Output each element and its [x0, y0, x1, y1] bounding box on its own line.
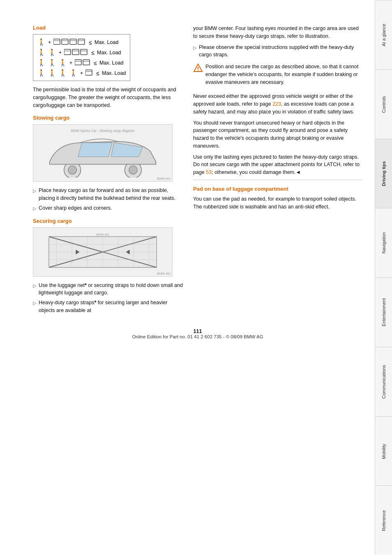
load-title: Load	[33, 25, 185, 31]
person-icon-2b: 🚶	[48, 49, 56, 56]
warning-icon	[193, 63, 203, 73]
right-column: your BMW center. Four lashing eyes mount…	[193, 25, 362, 319]
svg-point-23	[129, 166, 137, 174]
max-load-1: Max. Load	[95, 39, 118, 45]
svg-rect-10	[72, 49, 79, 55]
sidebar-tab-at-a-glance[interactable]: At a glance	[375, 0, 392, 69]
load-row-1: 🚶 + ≤	[37, 38, 126, 46]
page-number: 111	[33, 328, 362, 334]
photo-credit-2: BMW AG	[157, 272, 171, 275]
para3: Use only the lashing eyes pictured to fa…	[193, 153, 362, 176]
sidebar-tab-entertainment[interactable]: Entertainment	[375, 278, 392, 347]
sidebar-tab-communications[interactable]: Communications	[375, 347, 392, 416]
leq-4: ≤	[96, 70, 99, 76]
person-icon-3a: 🚶	[37, 59, 46, 67]
luggage-icons-1	[53, 38, 86, 46]
sidebar-tab-reference[interactable]: Reference	[375, 486, 392, 555]
load-row-3: 🚶 🚶 🚶 + ≤ Max. Load	[37, 58, 126, 67]
para1: Never exceed either the approved gross v…	[193, 92, 362, 116]
person-icon-4a: 🚶	[37, 69, 46, 77]
svg-rect-6	[78, 39, 85, 44]
person-icon-3c: 🚶	[59, 59, 67, 67]
ref-link-223[interactable]: 223	[272, 101, 281, 107]
footer-text: Online Edition for Part no. 01 41 2 602 …	[33, 334, 362, 339]
plus-4: +	[80, 70, 83, 76]
leq-3: ≤	[94, 60, 97, 66]
pad-title: Pad on base of luggage compartment	[193, 186, 362, 192]
leq-1: ≤	[89, 39, 92, 46]
sidebar-tab-navigation[interactable]: Navigation	[375, 208, 392, 278]
sidebar-tab-mobility[interactable]: Mobility	[375, 416, 392, 486]
svg-text:BMW AG: BMW AG	[97, 232, 109, 236]
securing-bullet-1: Use the luggage net* or securing straps …	[33, 282, 185, 297]
warning-text: Position and secure the cargo as describ…	[205, 63, 362, 86]
plus-3: +	[69, 60, 72, 66]
svg-rect-2	[62, 39, 68, 44]
plus-2: +	[59, 50, 62, 56]
max-load-2: Max. Load	[97, 50, 121, 56]
sidebar-tab-driving-tips[interactable]: Driving tips	[375, 139, 392, 208]
divider	[193, 180, 362, 180]
two-column-layout: Load 🚶 +	[33, 25, 362, 319]
max-load-4: Max. Load	[102, 70, 126, 76]
load-row-4: 🚶 🚶 🚶 🚶 + ≤ Max. Load	[37, 69, 126, 77]
person-icon-4d: 🚶	[69, 69, 78, 77]
securing-bullet-2: Heavy-duty cargo straps* for securing la…	[33, 299, 185, 314]
car-image: BMW Sports Car - Stowing cargo diagram B…	[33, 124, 173, 182]
load-row-2: 🚶 🚶 + ≤ Max. Load	[37, 48, 126, 57]
load-table: 🚶 + ≤	[33, 34, 130, 81]
luggage-icons-3	[75, 58, 91, 67]
leq-2: ≤	[91, 49, 95, 56]
stowing-cargo-title: Stowing cargo	[33, 115, 185, 121]
warning-box: Position and secure the cargo as describ…	[193, 63, 362, 89]
cargo-image: BMW AG BMW AG	[33, 227, 173, 277]
luggage-icons-4	[85, 69, 94, 77]
person-icon-4c: 🚶	[59, 69, 67, 77]
person-icon-2a: 🚶	[37, 49, 46, 56]
para2: You should never transport unsecured hea…	[193, 119, 362, 150]
svg-rect-0	[53, 39, 60, 44]
sidebar-tab-controls[interactable]: Controls	[375, 69, 392, 139]
stowing-bullets: Place heavy cargo as far forward and as …	[33, 187, 185, 212]
svg-rect-18	[85, 70, 92, 75]
photo-credit-1: BMW AG	[157, 177, 171, 180]
person-icon-3b: 🚶	[48, 59, 56, 67]
securing-cargo-title: Securing cargo	[33, 218, 185, 224]
svg-text:BMW Sports Car - Stowing cargo: BMW Sports Car - Stowing cargo diagram	[71, 129, 135, 133]
securing-bullets: Use the luggage net* or securing straps …	[33, 282, 185, 314]
svg-rect-16	[83, 60, 90, 65]
svg-rect-14	[75, 60, 81, 65]
left-column: Load 🚶 +	[33, 25, 185, 319]
svg-point-45	[198, 70, 198, 71]
observe-bullet-1: Please observe the special instructions …	[193, 44, 362, 59]
load-description: The permissible load is the total of the…	[33, 86, 185, 109]
footer: 111 Online Edition for Part no. 01 41 2 …	[33, 325, 362, 339]
svg-rect-8	[64, 49, 71, 55]
intro-text: your BMW center. Four lashing eyes mount…	[193, 25, 362, 40]
sidebar: At a glance Controls Driving tips Naviga…	[375, 0, 392, 555]
svg-rect-12	[81, 49, 87, 55]
luggage-icons-2	[64, 48, 89, 57]
max-load-3: Max. Load	[99, 60, 123, 66]
stowing-bullet-2: Cover sharp edges and corners.	[33, 204, 185, 212]
ref-link-53[interactable]: 53	[206, 169, 212, 175]
stowing-bullet-1: Place heavy cargo as far forward and as …	[33, 187, 185, 202]
person-icon-4b: 🚶	[48, 69, 56, 77]
observe-bullet: Please observe the special instructions …	[193, 44, 362, 59]
svg-point-21	[68, 166, 76, 174]
pad-text: You can use the pad as needed, for examp…	[193, 195, 362, 211]
main-content: Load 🚶 +	[0, 0, 375, 555]
person-icon-1: 🚶	[37, 38, 46, 46]
plus-1: +	[48, 39, 51, 45]
svg-rect-4	[70, 39, 76, 44]
